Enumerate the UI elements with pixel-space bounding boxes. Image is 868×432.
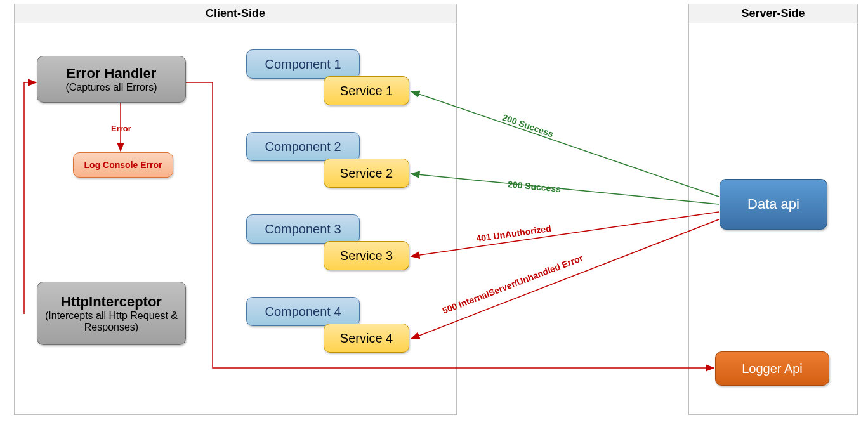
server-side-title: Server-Side	[689, 4, 857, 23]
service-4-label: Service 4	[340, 331, 393, 346]
component-2-label: Component 2	[265, 140, 341, 154]
svg-line-4	[411, 219, 719, 339]
svg-line-1	[411, 91, 719, 197]
svg-line-2	[411, 174, 719, 204]
http-interceptor-title: HttpInterceptor	[61, 294, 162, 310]
component-4-box: Component 4	[246, 297, 360, 326]
data-api-label: Data api	[747, 196, 799, 213]
service-4-box: Service 4	[324, 324, 409, 353]
logger-api-label: Logger Api	[742, 362, 803, 376]
component-4-label: Component 4	[265, 304, 341, 319]
logger-api-box: Logger Api	[715, 351, 829, 386]
error-handler-title: Error Handler	[67, 65, 157, 82]
error-handler-box: Error Handler (Captures all Errors)	[37, 56, 186, 103]
http-interceptor-box: HttpInterceptor (Intercepts all Http Req…	[37, 282, 186, 345]
service-2-box: Service 2	[324, 159, 409, 188]
http-interceptor-subtitle: (Intercepts all Http Request & Responses…	[37, 310, 185, 333]
component-3-box: Component 3	[246, 214, 360, 244]
edge-label-s2: 200 Success	[507, 179, 561, 194]
edge-label-s4: 500 InternalServer/Unhandled Error	[441, 252, 584, 315]
component-1-label: Component 1	[265, 57, 341, 72]
edge-label-s1: 200 Success	[501, 112, 555, 140]
service-1-box: Service 1	[324, 76, 409, 105]
component-2-box: Component 2	[246, 132, 360, 161]
error-arrow-label: Error	[111, 124, 131, 133]
service-3-box: Service 3	[324, 241, 409, 270]
component-3-label: Component 3	[265, 222, 341, 237]
service-3-label: Service 3	[340, 249, 393, 263]
service-2-label: Service 2	[340, 166, 393, 181]
svg-line-3	[411, 212, 719, 256]
log-console-error-label: Log Console Error	[84, 160, 162, 170]
log-console-error-box: Log Console Error	[73, 152, 173, 178]
edge-label-s3: 401 UnAuthorized	[475, 223, 551, 244]
data-api-box: Data api	[720, 179, 827, 230]
error-handler-subtitle: (Captures all Errors)	[65, 82, 157, 93]
service-1-label: Service 1	[340, 84, 393, 98]
component-1-box: Component 1	[246, 49, 360, 79]
client-side-title: Client-Side	[15, 4, 456, 23]
